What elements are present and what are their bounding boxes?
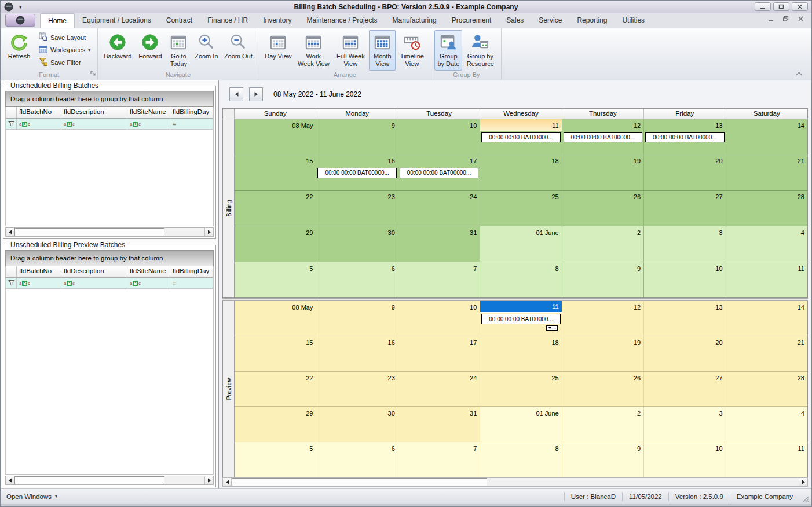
calendar-day-cell-29[interactable]: 29: [235, 407, 316, 442]
calendar-day-cell-11[interactable]: 1100:00 00:00 BAT00000...: [480, 119, 562, 155]
calendar-day-cell-27[interactable]: 27: [644, 191, 726, 226]
calendar-day-cell-18[interactable]: 18: [480, 155, 562, 190]
calendar-day-cell-13[interactable]: 1300:00 00:00 BAT00000...: [644, 119, 726, 155]
calendar-day-cell-14[interactable]: 14: [726, 301, 807, 336]
calendar-day-cell-31[interactable]: 31: [398, 226, 480, 262]
calendar-day-cell-08-may[interactable]: 08 May: [235, 119, 316, 155]
calendar-event[interactable]: 00:00 00:00 BAT00000...: [564, 132, 642, 142]
calendar-day-cell-12[interactable]: 1200:00 00:00 BAT00000...: [562, 119, 644, 155]
calendar-day-cell-01-june[interactable]: 01 June: [480, 407, 562, 442]
calendar-day-cell-6[interactable]: 6: [316, 262, 398, 297]
calendar-day-cell-11[interactable]: 11: [726, 262, 807, 297]
group-by-drop-zone[interactable]: Drag a column header here to group by th…: [5, 250, 214, 266]
dialog-launcher-icon[interactable]: [90, 69, 96, 78]
column-header-fldbatchno[interactable]: fldBatchNo: [17, 266, 61, 278]
scroll-left-icon[interactable]: [6, 228, 14, 236]
calendar-day-cell-01-june[interactable]: 01 June: [480, 226, 562, 262]
forward-button[interactable]: Forward: [134, 30, 166, 71]
scroll-left-icon[interactable]: [223, 478, 232, 486]
calendar-day-cell-22[interactable]: 22: [235, 372, 316, 406]
column-header-flddescription[interactable]: fldDescription: [61, 266, 127, 278]
calendar-day-cell-11[interactable]: 11: [726, 442, 807, 477]
calendar-day-cell-3[interactable]: 3: [644, 226, 726, 262]
calendar-day-cell-9[interactable]: 9: [316, 301, 398, 336]
filter-cell-fldbillingday[interactable]: =: [170, 119, 213, 130]
filter-cell-fldbatchno[interactable]: aBc: [17, 119, 61, 130]
day-view-button[interactable]: Day View: [261, 30, 295, 71]
calendar-day-cell-24[interactable]: 24: [398, 372, 480, 406]
tab-utilities[interactable]: Utilities: [615, 13, 652, 28]
application-menu-button[interactable]: [5, 14, 35, 27]
work-week-view-button[interactable]: Work Week View: [295, 30, 332, 71]
calendar-day-cell-6[interactable]: 6: [316, 442, 398, 477]
tab-equipment-locations[interactable]: Equipment / Locations: [75, 13, 159, 28]
timeline-view-button[interactable]: Timeline View: [396, 30, 428, 71]
column-header-fldsitename[interactable]: fldSiteName: [127, 107, 170, 119]
calendar-day-cell-21[interactable]: 21: [726, 155, 807, 190]
calendar-day-cell-5[interactable]: 5: [235, 442, 316, 477]
zoom-out-button[interactable]: Zoom Out: [221, 30, 255, 71]
mdi-restore-icon[interactable]: [783, 15, 789, 23]
calendar-day-cell-26[interactable]: 26: [562, 372, 644, 406]
calendar-day-cell-11[interactable]: 1100:00 00:00 BAT00000...: [480, 301, 562, 336]
calendar-day-cell-10[interactable]: 10: [398, 119, 480, 155]
calendar-day-cell-16[interactable]: 16: [316, 336, 398, 371]
calendar-day-cell-5[interactable]: 5: [235, 262, 316, 297]
previous-period-button[interactable]: [229, 87, 243, 101]
calendar-day-cell-24[interactable]: 24: [398, 191, 480, 226]
tab-sales[interactable]: Sales: [499, 13, 531, 28]
scroll-right-icon[interactable]: [204, 476, 213, 484]
calendar-day-cell-4[interactable]: 4: [726, 226, 807, 262]
backward-button[interactable]: Backward: [101, 30, 134, 71]
calendar-day-cell-9[interactable]: 9: [562, 442, 644, 477]
filter-cell-fld[interactable]: aBc: [213, 278, 214, 289]
calendar-day-cell-26[interactable]: 26: [562, 191, 644, 226]
full-week-view-button[interactable]: Full Week View: [332, 30, 369, 71]
calendar-day-cell-30[interactable]: 30: [316, 407, 398, 442]
calendar-day-cell-2[interactable]: 2: [562, 407, 644, 442]
calendar-event[interactable]: 00:00 00:00 BAT00000...: [317, 168, 396, 178]
column-header-flddescription[interactable]: fldDescription: [61, 107, 127, 119]
tab-contract[interactable]: Contract: [159, 13, 200, 28]
mdi-close-icon[interactable]: [798, 15, 803, 23]
calendar-day-cell-14[interactable]: 14: [726, 119, 807, 155]
calendar-day-cell-17[interactable]: 1700:00 00:00 BAT00000...: [398, 155, 480, 190]
calendar-day-cell-31[interactable]: 31: [398, 407, 480, 442]
more-events-button[interactable]: [546, 325, 558, 331]
calendar-day-cell-15[interactable]: 15: [235, 155, 316, 190]
calendar-day-cell-10[interactable]: 10: [644, 262, 726, 297]
calendar-event[interactable]: 00:00 00:00 BAT00000...: [481, 132, 560, 142]
calendar-day-cell-22[interactable]: 22: [235, 191, 316, 226]
calendar-day-cell-21[interactable]: 21: [726, 336, 807, 371]
group-by-date-button[interactable]: Group by Date: [434, 30, 462, 71]
grid-body[interactable]: [5, 289, 214, 475]
calendar-day-cell-19[interactable]: 19: [562, 155, 644, 190]
calendar-day-cell-7[interactable]: 7: [398, 442, 480, 477]
column-header-fldbillingday[interactable]: fldBillingDay: [170, 107, 213, 119]
column-header-fldbillingday[interactable]: fldBillingDay: [170, 266, 213, 278]
tab-inventory[interactable]: Inventory: [255, 13, 299, 28]
calendar-day-cell-16[interactable]: 1600:00 00:00 BAT00000...: [316, 155, 398, 190]
calendar-day-cell-8[interactable]: 8: [480, 442, 562, 477]
close-button[interactable]: [792, 2, 808, 11]
tab-manufacturing[interactable]: Manufacturing: [385, 13, 444, 28]
calendar-day-cell-29[interactable]: 29: [235, 226, 316, 262]
filter-funnel-icon[interactable]: [6, 119, 17, 130]
filter-cell-fldbatchno[interactable]: aBc: [17, 278, 61, 289]
group-by-resource-button[interactable]: Group by Resource: [462, 30, 498, 71]
collapse-ribbon-icon[interactable]: [795, 70, 803, 78]
calendar-day-cell-15[interactable]: 15: [235, 336, 316, 371]
column-header-fldsitename[interactable]: fldSiteName: [127, 266, 170, 278]
calendar-day-cell-8[interactable]: 8: [480, 262, 562, 297]
scroll-right-icon[interactable]: [204, 228, 213, 236]
calendar-day-cell-28[interactable]: 28: [726, 191, 807, 226]
scroll-left-icon[interactable]: [6, 476, 14, 484]
column-header-fld[interactable]: fld: [213, 107, 214, 119]
calendar-day-cell-7[interactable]: 7: [398, 262, 480, 297]
tab-maintenance-projects[interactable]: Maintenance / Projects: [299, 13, 385, 28]
calendar-day-cell-25[interactable]: 25: [480, 191, 562, 226]
calendar-day-cell-23[interactable]: 23: [316, 191, 398, 226]
resize-grip[interactable]: [799, 496, 810, 504]
calendar-day-cell-13[interactable]: 13: [644, 301, 726, 336]
grid-horizontal-scrollbar[interactable]: [5, 476, 214, 485]
